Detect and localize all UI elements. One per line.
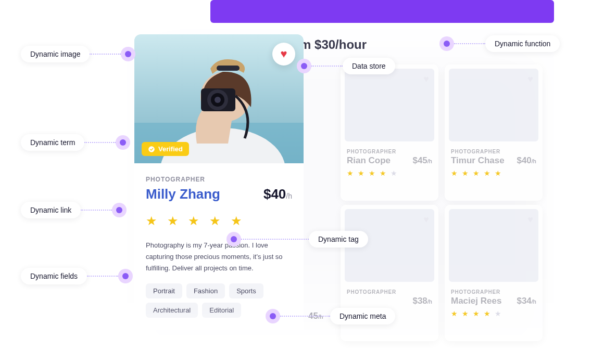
- rating-stars: ★ ★ ★ ★ ★: [146, 214, 292, 228]
- svg-point-8: [215, 97, 221, 103]
- skill-tag[interactable]: Portrait: [146, 283, 182, 298]
- profile-name[interactable]: Rian Cope: [347, 155, 391, 166]
- heart-icon[interactable]: ♥: [423, 74, 429, 85]
- dotted-connector: [84, 142, 116, 143]
- annotation-dot: [121, 47, 135, 61]
- heart-icon[interactable]: ♥: [423, 214, 429, 225]
- profile-name[interactable]: Timur Chase: [451, 155, 505, 166]
- dotted-connector: [241, 239, 309, 240]
- profile-name-link[interactable]: Milly Zhang: [146, 186, 220, 202]
- profile-card-expanded[interactable]: ♥ Verified PHOTOGRAPHER Milly Zhang $40/…: [134, 34, 304, 353]
- profile-photo: ♥ Verified: [134, 34, 304, 163]
- verified-label: Verified: [158, 145, 183, 153]
- annotation-label: Dynamic fields: [21, 268, 87, 284]
- annotation-dot: [116, 135, 130, 150]
- card-image-placeholder: ♥: [449, 69, 538, 141]
- annotation-label: Dynamic term: [21, 134, 84, 151]
- profile-name[interactable]: Maciej Rees: [451, 296, 501, 306]
- annotation-dynamic-image: Dynamic image: [21, 46, 135, 62]
- header-bar: [210, 0, 554, 23]
- price: $34/h: [517, 296, 536, 306]
- skill-tag[interactable]: Architectural: [146, 303, 198, 318]
- price: $45/h: [412, 155, 432, 166]
- annotation-dot: [112, 203, 127, 217]
- svg-rect-4: [217, 66, 240, 71]
- annotation-dot: [297, 59, 311, 73]
- annotation-dynamic-meta: Dynamic meta: [266, 308, 395, 324]
- annotation-label: Dynamic link: [21, 202, 81, 218]
- price: $40/h: [517, 155, 536, 166]
- profile-card[interactable]: ♥ PHOTOGRAPHER Rian Cope $45/h ★ ★ ★ ★ ★: [341, 64, 438, 201]
- role-label: PHOTOGRAPHER: [451, 149, 536, 154]
- price: $40/h: [263, 186, 292, 202]
- profile-card[interactable]: ♥ PHOTOGRAPHER Maciej Rees $34/h ★ ★ ★ ★…: [445, 205, 543, 341]
- dotted-connector: [90, 54, 121, 55]
- card-image-placeholder: ♥: [449, 209, 538, 282]
- annotation-dot: [266, 309, 280, 323]
- svg-point-9: [148, 146, 155, 152]
- favorite-button[interactable]: ♥: [272, 43, 295, 66]
- profile-card[interactable]: ♥ PHOTOGRAPHER Timur Chase $40/h ★ ★ ★ ★…: [445, 64, 543, 201]
- role-label: PHOTOGRAPHER: [146, 176, 292, 183]
- verified-icon: [148, 146, 155, 153]
- rating-stars: ★ ★ ★ ★ ★: [451, 169, 536, 177]
- heart-icon[interactable]: ♥: [527, 74, 533, 85]
- role-label: PHOTOGRAPHER: [347, 289, 432, 295]
- dotted-connector: [454, 43, 485, 44]
- skill-tag[interactable]: Fashion: [186, 283, 225, 298]
- annotation-label: Dynamic tag: [309, 231, 368, 248]
- verified-badge: Verified: [142, 142, 189, 156]
- dotted-connector: [87, 276, 118, 277]
- annotation-label: Data store: [343, 58, 395, 74]
- skill-tag[interactable]: Editorial: [202, 303, 241, 318]
- annotation-label: Dynamic function: [485, 35, 560, 52]
- dotted-connector: [311, 66, 343, 67]
- annotation-dynamic-link: Dynamic link: [21, 202, 127, 218]
- annotation-dynamic-fields: Dynamic fields: [21, 268, 133, 284]
- dotted-connector: [280, 316, 330, 317]
- price: $38/h: [412, 296, 432, 306]
- role-label: PHOTOGRAPHER: [451, 289, 536, 295]
- annotation-dot: [227, 232, 241, 246]
- dotted-connector: [81, 210, 112, 211]
- annotation-dot: [439, 36, 454, 51]
- card-image-placeholder: ♥: [345, 69, 434, 141]
- annotation-dynamic-term: Dynamic term: [21, 134, 130, 151]
- annotation-dynamic-function: Dynamic function: [439, 35, 560, 52]
- heart-icon[interactable]: ♥: [527, 214, 533, 225]
- annotation-data-store: Data store: [297, 58, 395, 74]
- skill-tag[interactable]: Sports: [229, 283, 263, 298]
- rating-stars: ★ ★ ★ ★ ★: [451, 309, 536, 318]
- annotation-label: Dynamic image: [21, 46, 90, 62]
- annotation-dynamic-tag: Dynamic tag: [227, 231, 368, 248]
- role-label: PHOTOGRAPHER: [347, 149, 432, 154]
- annotation-label: Dynamic meta: [330, 308, 395, 324]
- rating-stars: ★ ★ ★ ★ ★: [347, 169, 432, 177]
- annotation-dot: [118, 269, 133, 283]
